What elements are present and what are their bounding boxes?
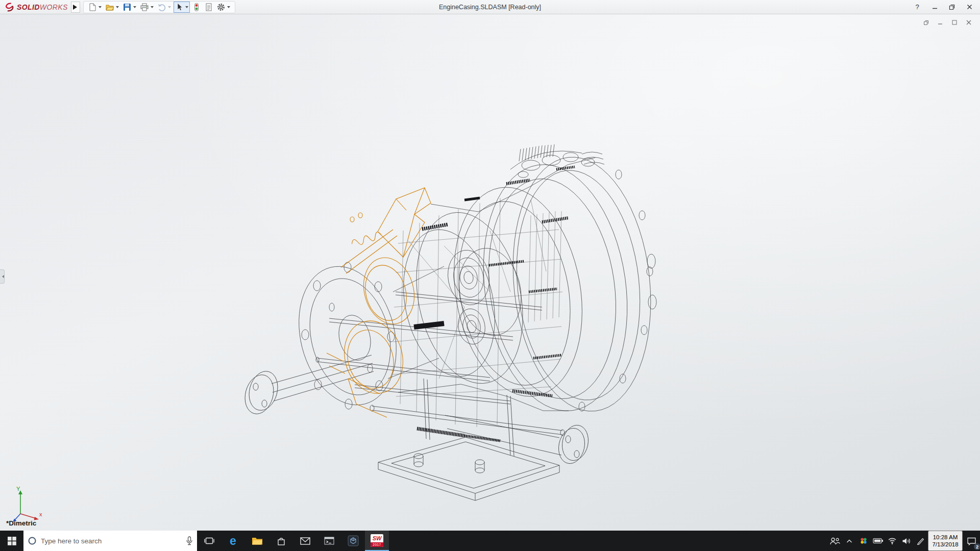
help-button[interactable]: ?	[909, 1, 926, 14]
dassault-ds-logo-icon	[4, 2, 15, 12]
document-window-controls	[921, 18, 974, 27]
undo-icon	[157, 3, 166, 12]
system-tray: 10:28 AM 7/13/2018 2	[828, 531, 980, 551]
taskbar-3d-viewer-button[interactable]	[341, 531, 365, 551]
tray-clock[interactable]: 10:28 AM 7/13/2018	[928, 531, 963, 551]
task-view-icon	[204, 536, 214, 545]
selected-component-highlight	[327, 188, 431, 417]
triad-x-label: x	[39, 511, 42, 517]
engine-casing-wireframe-model[interactable]	[225, 139, 664, 501]
doc-restore-button[interactable]	[921, 18, 931, 27]
minimize-icon	[932, 4, 938, 10]
menu-flyout-button[interactable]	[71, 2, 80, 13]
save-icon	[122, 3, 132, 12]
triad-y-label: Y	[16, 486, 20, 492]
close-icon	[967, 4, 972, 10]
cortana-icon	[28, 536, 37, 545]
taskbar-edge-button[interactable]: e	[221, 531, 245, 551]
flyout-arrow-icon	[73, 5, 80, 10]
solidworks-icon-label: SW	[371, 534, 383, 542]
tray-show-hidden-icons-button[interactable]	[842, 531, 856, 551]
file-properties-button[interactable]	[203, 2, 214, 13]
store-bag-icon	[277, 536, 286, 546]
chevron-down-icon[interactable]	[168, 6, 171, 10]
rebuild-button[interactable]	[191, 2, 202, 13]
minimize-icon	[938, 20, 943, 25]
taskbar-search[interactable]	[23, 531, 197, 551]
solidworks-icon-year: 2017	[371, 542, 383, 547]
window-close-button[interactable]	[961, 1, 978, 14]
print-icon	[140, 3, 149, 12]
graphics-area[interactable]: Y x *Dimetric	[0, 14, 980, 531]
windows-logo-icon	[8, 537, 16, 545]
chevron-down-icon[interactable]	[151, 6, 154, 10]
chevron-down-icon[interactable]	[116, 6, 119, 10]
taskbar-console-button[interactable]	[317, 531, 341, 551]
3d-cube-app-icon	[348, 535, 359, 546]
open-document-button[interactable]	[104, 2, 120, 13]
search-input[interactable]	[41, 537, 182, 545]
quick-access-toolbar	[83, 1, 235, 13]
start-button[interactable]	[0, 531, 23, 551]
wordmark-works: WORKS	[40, 3, 68, 11]
new-document-icon	[88, 3, 97, 12]
maximize-icon	[952, 20, 957, 25]
featuremanager-collapsed-tab[interactable]	[0, 269, 5, 284]
tray-network-button[interactable]	[885, 531, 899, 551]
chevron-down-icon[interactable]	[227, 6, 230, 10]
taskbar: e SW 2017	[0, 531, 980, 551]
notification-badge: 2	[974, 543, 980, 550]
print-button[interactable]	[139, 2, 155, 13]
document-title: EngineCasing.SLDASM [Read-only]	[439, 0, 541, 14]
taskbar-file-explorer-button[interactable]	[245, 531, 269, 551]
titlebar: SOLIDWORKS	[0, 0, 980, 14]
window-minimize-button[interactable]	[926, 1, 943, 14]
doc-maximize-button[interactable]	[949, 18, 960, 27]
action-center-button[interactable]: 2	[963, 531, 980, 551]
window-restore-button[interactable]	[943, 1, 961, 14]
taskbar-store-button[interactable]	[269, 531, 293, 551]
taskbar-solidworks-button[interactable]: SW 2017	[365, 531, 389, 551]
window-controls: ?	[909, 1, 978, 14]
select-tool-button[interactable]	[174, 2, 190, 13]
restore-icon	[949, 4, 955, 10]
new-document-button[interactable]	[87, 2, 103, 13]
options-button[interactable]	[215, 2, 232, 13]
solidworks-app-icon: SW 2017	[371, 534, 383, 547]
restore-icon	[923, 20, 929, 26]
microphone-icon[interactable]	[186, 536, 193, 545]
chevron-down-icon[interactable]	[185, 6, 188, 10]
tray-people-button[interactable]	[828, 531, 842, 551]
undo-button[interactable]	[156, 2, 173, 13]
tray-pen-button[interactable]	[914, 531, 928, 551]
task-view-button[interactable]	[197, 531, 221, 551]
doc-close-button[interactable]	[964, 18, 974, 27]
taskbar-mail-button[interactable]	[293, 531, 317, 551]
chevron-down-icon[interactable]	[133, 6, 136, 10]
tray-volume-button[interactable]	[899, 531, 914, 551]
view-orientation-label: *Dimetric	[6, 519, 36, 527]
tray-battery-button[interactable]	[871, 531, 885, 551]
select-arrow-icon	[175, 3, 184, 12]
battery-icon	[873, 538, 884, 544]
close-icon	[966, 20, 971, 25]
solidworks-wordmark: SOLIDWORKS	[17, 3, 68, 11]
pinwheel-app-icon	[860, 537, 868, 545]
orientation-triad: Y x	[11, 486, 44, 524]
solidworks-logo: SOLIDWORKS	[2, 2, 70, 12]
file-explorer-icon	[252, 536, 263, 545]
screen: { "colors": { "brand_red": "#9d1f2d", "s…	[0, 0, 980, 551]
mail-icon	[300, 537, 310, 545]
people-icon	[830, 537, 840, 545]
doc-minimize-button[interactable]	[935, 18, 945, 27]
console-window-icon	[324, 537, 334, 545]
rebuild-stoplight-icon	[192, 3, 201, 12]
file-properties-icon	[204, 3, 213, 12]
chevron-down-icon[interactable]	[99, 6, 102, 10]
open-folder-icon	[105, 3, 114, 12]
tray-antivirus-button[interactable]	[856, 531, 871, 551]
save-button[interactable]	[121, 2, 138, 13]
pen-icon	[917, 537, 925, 545]
chevron-up-icon	[846, 539, 852, 543]
edge-icon: e	[230, 535, 236, 547]
